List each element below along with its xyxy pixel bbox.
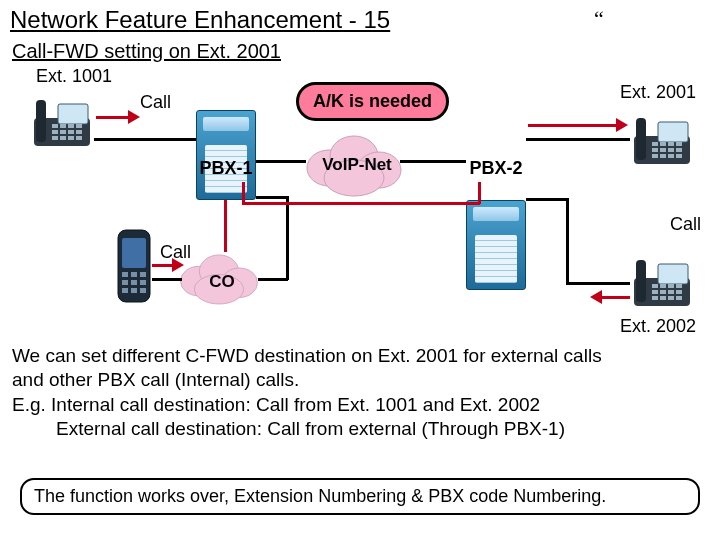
svg-rect-37 [652, 284, 658, 288]
svg-rect-4 [60, 124, 66, 128]
note-box: The function works over, Extension Numbe… [20, 478, 700, 515]
svg-rect-2 [36, 100, 46, 142]
svg-rect-32 [668, 154, 674, 158]
flow-arrow [242, 202, 480, 205]
connector [526, 138, 630, 141]
svg-rect-26 [652, 148, 658, 152]
svg-rect-45 [652, 296, 658, 300]
svg-rect-10 [76, 130, 82, 134]
flow-arrow [478, 182, 481, 204]
svg-rect-57 [122, 288, 128, 293]
connector [286, 196, 289, 280]
svg-rect-38 [660, 284, 666, 288]
mobile-phone-icon [110, 226, 158, 306]
svg-rect-27 [660, 148, 666, 152]
svg-rect-14 [76, 136, 82, 140]
svg-rect-23 [660, 142, 666, 146]
ext2002-label: Ext. 2002 [620, 316, 696, 337]
svg-rect-52 [131, 272, 137, 277]
flow-arrow [528, 124, 618, 127]
svg-rect-13 [68, 136, 74, 140]
flow-arrow [96, 116, 130, 119]
para-line: We can set different C-FWD destination o… [12, 344, 708, 368]
voip-label: VoIP-Net [312, 155, 402, 175]
arrowhead-icon [616, 118, 628, 132]
connector [152, 278, 182, 281]
flow-arrow [224, 200, 227, 252]
desk-phone-icon [630, 248, 694, 312]
connector [256, 160, 306, 163]
svg-rect-22 [652, 142, 658, 146]
svg-rect-35 [658, 264, 688, 284]
flow-arrow [152, 264, 174, 267]
svg-rect-31 [660, 154, 666, 158]
arrowhead-icon [172, 258, 184, 272]
svg-rect-46 [660, 296, 666, 300]
svg-rect-40 [676, 284, 682, 288]
svg-rect-41 [652, 290, 658, 294]
svg-rect-7 [52, 130, 58, 134]
svg-rect-54 [122, 280, 128, 285]
svg-rect-43 [668, 290, 674, 294]
svg-rect-6 [76, 124, 82, 128]
co-label: CO [200, 272, 244, 292]
flow-arrow [600, 296, 630, 299]
pbx2-label: PBX-2 [461, 158, 531, 179]
svg-rect-11 [52, 136, 58, 140]
svg-rect-12 [60, 136, 66, 140]
svg-rect-53 [140, 272, 146, 277]
svg-rect-30 [652, 154, 658, 158]
arrowhead-icon [128, 110, 140, 124]
svg-rect-29 [676, 148, 682, 152]
call-label-c: Call [670, 214, 701, 235]
desk-phone-icon [30, 88, 94, 152]
para-line: and other PBX call (Internal) calls. [12, 368, 708, 392]
svg-rect-33 [676, 154, 682, 158]
svg-rect-50 [122, 238, 146, 268]
connector [566, 198, 569, 284]
svg-rect-39 [668, 284, 674, 288]
svg-rect-55 [131, 280, 137, 285]
subtitle: Call-FWD setting on Ext. 2001 [12, 40, 281, 63]
svg-rect-21 [636, 118, 646, 160]
svg-rect-48 [676, 296, 682, 300]
flow-arrow [242, 182, 245, 204]
svg-rect-58 [131, 288, 137, 293]
svg-rect-3 [52, 124, 58, 128]
ext2001-label: Ext. 2001 [620, 82, 696, 103]
connector [94, 138, 196, 141]
svg-rect-8 [60, 130, 66, 134]
svg-rect-20 [658, 122, 688, 142]
connector [258, 278, 288, 281]
connector [256, 196, 288, 199]
description-paragraph: We can set different C-FWD destination o… [12, 344, 708, 441]
ak-needed-pill: A/K is needed [296, 82, 449, 121]
para-line: E.g. Internal call destination: Call fro… [12, 393, 708, 417]
svg-rect-9 [68, 130, 74, 134]
desk-phone-icon [630, 106, 694, 170]
svg-rect-25 [676, 142, 682, 146]
connector [566, 282, 630, 285]
svg-rect-59 [140, 288, 146, 293]
page-title: Network Feature Enhancement - 15 [10, 6, 390, 34]
para-line: External call destination: Call from ext… [12, 417, 708, 441]
arrowhead-icon [590, 290, 602, 304]
svg-rect-1 [58, 104, 88, 124]
svg-rect-36 [636, 260, 646, 302]
pbx-rack-icon [466, 200, 526, 290]
pbx1-label: PBX-1 [191, 158, 261, 179]
pbx-rack-icon [196, 110, 256, 200]
connector [526, 198, 569, 201]
svg-rect-56 [140, 280, 146, 285]
connector [400, 160, 466, 163]
svg-rect-5 [68, 124, 74, 128]
svg-rect-42 [660, 290, 666, 294]
quote-mark: “ [594, 6, 604, 32]
svg-rect-24 [668, 142, 674, 146]
call-label-a: Call [140, 92, 171, 113]
ext1001-label: Ext. 1001 [36, 66, 112, 87]
svg-rect-47 [668, 296, 674, 300]
svg-rect-28 [668, 148, 674, 152]
svg-rect-51 [122, 272, 128, 277]
svg-rect-44 [676, 290, 682, 294]
